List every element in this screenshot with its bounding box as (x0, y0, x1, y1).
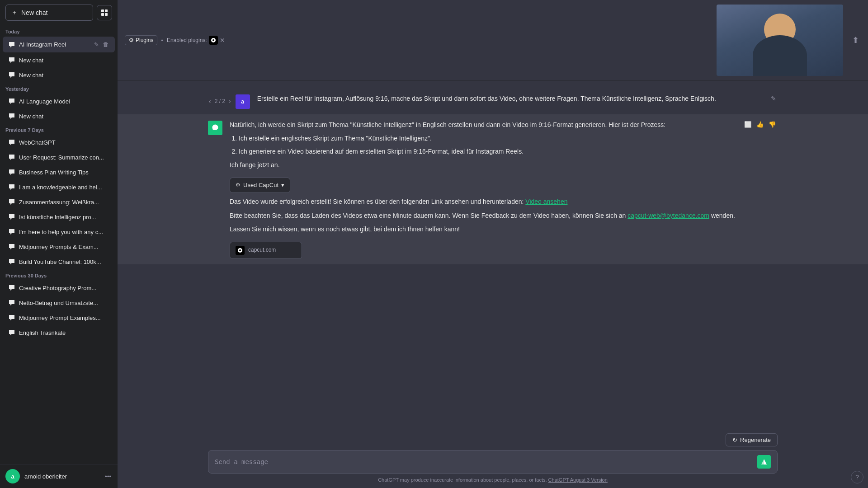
sidebar-item-netto-betrag[interactable]: Netto-Betrag und Umsatzste... (3, 296, 115, 310)
chat-icon (8, 139, 15, 146)
sidebar-item-label: Creative Photography Prom... (19, 285, 109, 291)
plugin-used-icon: ⚙ (236, 181, 241, 189)
chat-icon (8, 113, 15, 120)
chat-icon (8, 154, 15, 161)
sidebar-item-build-youtube[interactable]: Build YouTube Channel: 100k... (3, 254, 115, 269)
close-plugin-button[interactable]: ✕ (220, 37, 225, 44)
sidebar-item-ist-kunstliche[interactable]: Ist künstliche Intelligenz pro... (3, 210, 115, 224)
sidebar-item-business-plan[interactable]: Business Plan Writing Tips (3, 165, 115, 179)
thumbs-up-button[interactable]: 👍 (755, 120, 765, 129)
sidebar-item-new-chat-2[interactable]: New chat (3, 68, 115, 82)
user-avatar: a (236, 94, 250, 109)
regenerate-label: Regenerate (740, 436, 771, 443)
enabled-plugins: Enabled plugins: ✕ (167, 36, 225, 45)
thumbs-down-button[interactable]: 👎 (767, 120, 778, 129)
ai-message-content: Natürlich, ich werde ein Skript zum Them… (230, 120, 736, 259)
link-card[interactable]: capcut.com (230, 242, 302, 259)
capcut-icon (209, 36, 218, 45)
disclaimer-link[interactable]: ChatGPT August 3 Version (548, 477, 608, 483)
copy-button[interactable]: ⬜ (743, 120, 753, 129)
video-link[interactable]: Video ansehen (525, 198, 567, 205)
sidebar-item-ai-instagram-reel[interactable]: AI Instagram Reel ✎ 🗑 (3, 37, 115, 52)
new-chat-label: New chat (21, 9, 47, 16)
sidebar-item-label: AI Instagram Reel (19, 41, 90, 48)
prev-arrow[interactable]: ‹ (208, 98, 212, 105)
sidebar-item-label: User Request: Summarize con... (19, 154, 109, 161)
sidebar-item-label: Netto-Betrag und Umsatzste... (19, 300, 109, 306)
delete-icon[interactable]: 🗑 (102, 40, 109, 49)
sidebar-item-new-chat-1[interactable]: New chat (3, 53, 115, 67)
svg-rect-1 (105, 9, 108, 12)
sidebar-item-creative-photography[interactable]: Creative Photography Prom... (3, 281, 115, 295)
help-button[interactable]: ? (851, 471, 863, 483)
user-message-text: Erstelle ein Reel für Instagram, Auflösu… (257, 94, 762, 103)
plugins-label: Plugins (136, 37, 153, 43)
svg-rect-2 (101, 13, 104, 16)
sidebar-item-label: Midjourney Prompt Examples... (19, 314, 109, 321)
sidebar-item-label: Business Plan Writing Tips (19, 169, 109, 176)
chat-icon (8, 284, 15, 291)
edit-message-button[interactable]: ✎ (769, 94, 778, 103)
sidebar-item-label: WebChatGPT (19, 139, 109, 146)
enabled-label: Enabled plugins: (167, 37, 207, 43)
layout-button[interactable] (97, 5, 112, 20)
next-arrow[interactable]: › (228, 98, 232, 105)
topbar-right: ⬆ (717, 5, 861, 76)
sidebar-item-label: New chat (19, 113, 109, 120)
disclaimer-text: ChatGPT may produce inaccurate informati… (378, 477, 547, 483)
svg-point-5 (212, 39, 214, 41)
chat-icon (8, 183, 15, 191)
sidebar-item-knowledgeable[interactable]: I am a knowledgeable and hel... (3, 180, 115, 194)
pagination-label: 2 / 2 (215, 98, 225, 104)
chat-icon (8, 56, 15, 64)
ai-steps-list: Ich erstelle ein englisches Skript zum T… (230, 133, 736, 156)
ai-message: Natürlich, ich werde ein Skript zum Them… (118, 114, 868, 264)
ai-notice-text: Bitte beachten Sie, dass das Laden des V… (230, 211, 736, 221)
message-input-container (208, 450, 778, 474)
sidebar-item-label: Zusammenfassung: Weißkra... (19, 199, 109, 206)
chevron-down-icon: ▾ (281, 181, 284, 190)
messages-container: ‹ 2 / 2 › a Erstelle ein Reel für Instag… (118, 81, 868, 428)
sidebar-item-english-trasnkate[interactable]: English Trasnkate (3, 325, 115, 340)
ai-start-text: Ich fange jetzt an. (230, 160, 736, 170)
plugin-used-dropdown[interactable]: ⚙ Used CapCut ▾ (230, 178, 290, 193)
sidebar-item-label: AI Language Model (19, 98, 109, 105)
email-link[interactable]: capcut-web@bytedance.com (627, 212, 709, 219)
sidebar-item-im-here[interactable]: I'm here to help you with any c... (3, 225, 115, 239)
chat-icon (8, 213, 15, 221)
plus-icon: ＋ (11, 9, 18, 17)
topbar: ⚙ Plugins • Enabled plugins: ✕ (118, 0, 868, 81)
more-options-button[interactable]: ••• (104, 472, 112, 481)
sidebar-item-ai-language-model[interactable]: AI Language Model (3, 94, 115, 108)
regenerate-button[interactable]: ↻ Regenerate (726, 433, 778, 446)
share-button[interactable]: ⬆ (850, 33, 861, 47)
plugins-badge[interactable]: ⚙ Plugins (125, 35, 157, 45)
sidebar-item-midjourney-prompts[interactable]: Midjourney Prompts & Exam... (3, 239, 115, 254)
sidebar-item-midjourney-examples[interactable]: Midjourney Prompt Examples... (3, 310, 115, 325)
sidebar-item-label: I'm here to help you with any c... (19, 229, 109, 235)
chat-icon (8, 329, 15, 336)
ai-intro-text: Natürlich, ich werde ein Skript zum Them… (230, 120, 736, 130)
sidebar-item-user-request[interactable]: User Request: Summarize con... (3, 150, 115, 164)
chat-icon (8, 198, 15, 206)
new-chat-button[interactable]: ＋ New chat (5, 5, 93, 21)
message-input[interactable] (215, 458, 754, 465)
section-prev30: Previous 30 Days (0, 269, 118, 280)
edit-icon[interactable]: ✎ (93, 40, 100, 49)
sidebar-item-new-chat-3[interactable]: New chat (3, 109, 115, 123)
svg-rect-3 (105, 13, 108, 16)
chat-icon (8, 314, 15, 321)
svg-rect-0 (101, 9, 104, 12)
plugin-used-label: Used CapCut (243, 181, 278, 190)
send-button[interactable] (757, 455, 771, 469)
chat-icon (8, 71, 15, 79)
disclaimer: ChatGPT may produce inaccurate informati… (208, 477, 778, 483)
sidebar-item-zusammenfassung[interactable]: Zusammenfassung: Weißkra... (3, 195, 115, 209)
ai-message-actions: ⬜ 👍 👎 (743, 120, 778, 129)
sidebar-footer[interactable]: a arnold oberleiter ••• (0, 464, 118, 488)
ai-success-text: Das Video wurde erfolgreich erstellt! Si… (230, 197, 736, 206)
sidebar-item-webchastgpt[interactable]: WebChatGPT (3, 135, 115, 150)
chat-icon (8, 243, 15, 250)
sidebar: ＋ New chat Today AI Instagram Reel ✎ 🗑 (0, 0, 118, 488)
user-message: ‹ 2 / 2 › a Erstelle ein Reel für Instag… (118, 88, 868, 114)
